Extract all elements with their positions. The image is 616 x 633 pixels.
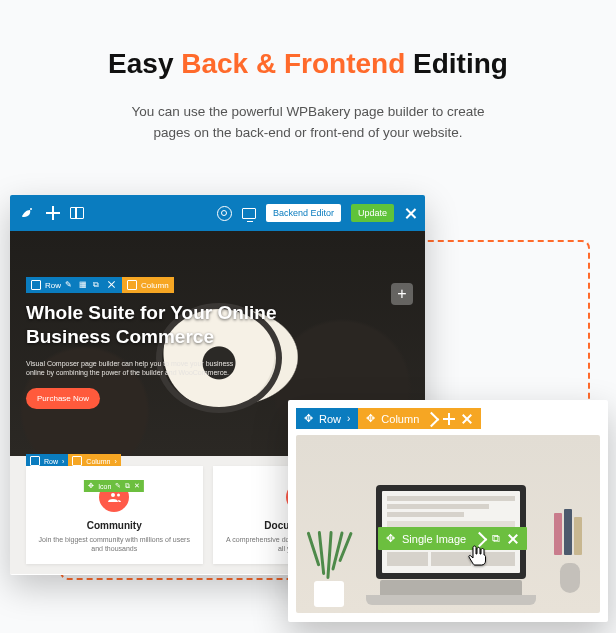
purchase-button[interactable]: Purchase Now [26, 388, 100, 409]
si-label: Single Image [402, 533, 466, 545]
row-copy-icon[interactable]: ⧉ [93, 280, 103, 290]
sc-col-delete-icon[interactable] [461, 413, 473, 425]
el-copy-icon[interactable]: ⧉ [125, 482, 130, 490]
sc-col-move-icon[interactable]: ✥ [366, 412, 375, 425]
card-desc: Join the biggest community with millions… [36, 535, 193, 554]
responsive-preview-icon[interactable] [242, 208, 256, 219]
si-copy-icon[interactable]: ⧉ [492, 532, 500, 545]
page-title: Easy Back & Frontend Editing [0, 48, 616, 80]
plant-decor [306, 531, 352, 607]
sc-controls: ✥ Row › ✥ Column [296, 408, 600, 429]
hero-heading-l2: Business Commerce [26, 326, 214, 347]
cards-row-label: Row [44, 458, 58, 465]
el-pencil-icon[interactable]: ✎ [115, 482, 121, 490]
el-move-icon[interactable]: ✥ [88, 482, 94, 490]
cursor-hand-icon [466, 543, 490, 567]
hero-heading: Whole Suite for Your Online Business Com… [26, 301, 409, 349]
column-move-icon[interactable] [127, 280, 137, 290]
svg-point-0 [30, 208, 32, 210]
row-layout-icon[interactable]: ▦ [79, 280, 89, 290]
row-delete-icon[interactable] [107, 280, 117, 290]
wpbakery-logo-icon[interactable] [18, 204, 36, 222]
cards-col-label: Column [86, 458, 110, 465]
sc-row-tag[interactable]: ✥ Row › [296, 408, 358, 429]
feature-card-community: ✥Icon✎⧉✕ Community Join the biggest comm… [26, 466, 203, 564]
books-decor [554, 507, 588, 555]
editor-topbar: Backend Editor Update [10, 195, 425, 231]
column-tag[interactable]: Column [122, 277, 174, 293]
title-post: Editing [405, 48, 508, 79]
sc-row-move-icon[interactable]: ✥ [304, 412, 313, 425]
cards-col-move-icon[interactable] [72, 456, 82, 466]
sc-row-chevron-icon[interactable]: › [347, 413, 350, 424]
si-move-icon[interactable]: ✥ [386, 532, 395, 545]
column-editor-preview: ✥ Row › ✥ Column [288, 400, 608, 622]
cards-row-move-icon[interactable] [30, 456, 40, 466]
update-button[interactable]: Update [351, 204, 394, 222]
layout-icon[interactable] [70, 207, 84, 219]
hero-paragraph: Visual Composer page builder can help yo… [26, 359, 236, 379]
sc-column-tag[interactable]: ✥ Column [358, 408, 481, 429]
row-controls: Row✎▦⧉ Column [26, 277, 174, 293]
column-label: Column [141, 281, 169, 290]
row-label: Row [45, 281, 61, 290]
sc-row-label: Row [319, 413, 341, 425]
add-element-icon[interactable] [46, 206, 60, 220]
el-delete-icon[interactable]: ✕ [134, 482, 140, 490]
close-editor-icon[interactable] [404, 207, 417, 220]
title-accent: Back & Frontend [181, 48, 405, 79]
sc-col-add-icon[interactable] [443, 413, 455, 425]
move-icon[interactable] [31, 280, 41, 290]
hero-heading-l1: Whole Suite for Your Online [26, 302, 277, 323]
row-tag[interactable]: Row✎▦⧉ [26, 277, 122, 293]
subtitle-line-2: pages on the back-end or front-end of yo… [153, 125, 462, 140]
backend-editor-button[interactable]: Backend Editor [266, 204, 341, 222]
page-subtitle: You can use the powerful WPBakery page b… [0, 102, 616, 144]
element-controls-bar[interactable]: ✥Icon✎⧉✕ [84, 480, 144, 492]
el-label: Icon [98, 483, 111, 490]
sc-col-label: Column [381, 413, 419, 425]
subtitle-line-1: You can use the powerful WPBakery page b… [132, 104, 485, 119]
card-title: Community [36, 520, 193, 531]
desk-image: ✥ Single Image ⧉ [296, 435, 600, 613]
row-pencil-icon[interactable]: ✎ [65, 280, 75, 290]
settings-icon[interactable] [217, 206, 232, 221]
mouse-decor [560, 563, 580, 593]
title-pre: Easy [108, 48, 181, 79]
si-delete-icon[interactable] [507, 533, 519, 545]
single-image-controls[interactable]: ✥ Single Image ⧉ [378, 527, 527, 550]
sc-col-pencil-icon[interactable] [425, 413, 437, 425]
